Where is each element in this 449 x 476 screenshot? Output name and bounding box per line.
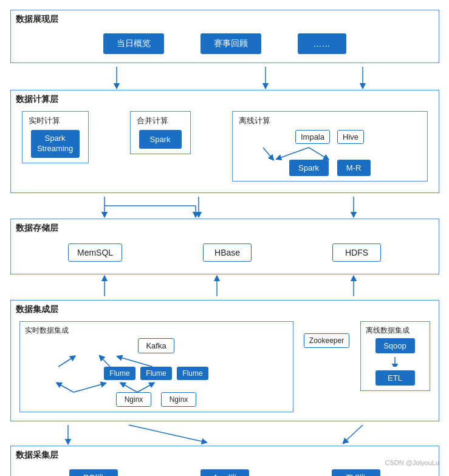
- box-tv: TV端: [332, 469, 380, 476]
- kafka-row: Kafka: [25, 338, 288, 353]
- box-hbase: HBase: [203, 243, 252, 262]
- sublayer-realtime-integration: 实时数据集成 Kafka Flum: [19, 321, 293, 412]
- svg-line-19: [58, 384, 74, 392]
- offline-arrow-row: [239, 148, 421, 160]
- offline-inner-arrows: [239, 148, 421, 160]
- box-nginx-1: Nginx: [116, 392, 151, 407]
- nginx-flume-arrows: [25, 382, 288, 392]
- realtime-compute-title: 实时计算: [29, 115, 60, 126]
- layer-display: 数据展现层 当日概览 赛事回顾 ……: [10, 10, 439, 63]
- svg-line-5: [263, 148, 272, 158]
- layer-integration: 数据集成层 实时数据集成 Kafka: [10, 300, 439, 421]
- svg-line-16: [58, 357, 74, 367]
- zookeeper-area: Zookeeper: [300, 321, 354, 348]
- offline-integration-title: 离线数据集成: [366, 325, 425, 336]
- arrow-l2-l3-svg: [10, 197, 439, 215]
- offline-bottom-row: Spark M-R: [239, 160, 421, 176]
- box-pc: PC端: [69, 469, 118, 476]
- svg-line-20: [74, 384, 104, 392]
- layer-compute-content: 实时计算 SparkStreaming 合并计算 Spark 离线计算 Impa…: [16, 109, 434, 184]
- svg-line-26: [344, 425, 363, 442]
- layer-integration-content: 实时数据集成 Kafka Flum: [16, 319, 434, 415]
- layer-collection-content: PC端 App端 TV端: [16, 464, 434, 476]
- box-hive: Hive: [337, 130, 364, 144]
- arrow-l1-l2-svg: [10, 67, 439, 86]
- box-spark-merge: Spark: [139, 130, 182, 149]
- arrow-l4-l5: [10, 425, 439, 442]
- box-impala: Impala: [295, 130, 330, 144]
- sublayer-realtime-compute: 实时计算 SparkStreaming: [22, 111, 89, 163]
- box-flume-1: Flume: [104, 367, 135, 380]
- sublayer-merge-compute: 合并计算 Spark: [130, 111, 191, 154]
- merge-compute-title: 合并计算: [137, 115, 168, 126]
- layer-display-content: 当日概览 赛事回顾 ……: [16, 29, 434, 56]
- architecture-diagram: 数据展现层 当日概览 赛事回顾 ……: [7, 6, 443, 476]
- flume-kafka-arrows: [25, 356, 288, 367]
- box-spark-offline: Spark: [289, 160, 329, 176]
- flume-kafka-svg: [25, 356, 288, 367]
- layer-compute: 数据计算层 实时计算 SparkStreaming 合并计算 Spark 离线计…: [10, 90, 439, 193]
- realtime-integration-title: 实时数据集成: [25, 325, 288, 336]
- svg-line-6: [278, 148, 309, 158]
- offline-top-row: Impala Hive: [239, 130, 421, 144]
- box-more: ……: [298, 33, 346, 54]
- svg-line-22: [137, 384, 153, 392]
- box-sqoop: Sqoop: [375, 338, 415, 353]
- sqoop-etl-arrow: [366, 357, 425, 367]
- sublayer-offline-integration: 离线数据集成 Sqoop ETL: [360, 321, 430, 391]
- sqoop-etl-svg: [386, 357, 404, 367]
- arrow-l1-l2: [10, 67, 439, 86]
- layer-storage: 数据存储层 MemSQL HBase HDFS: [10, 219, 439, 274]
- watermark: CSDN @JolyouLu: [385, 459, 439, 466]
- layer-integration-title: 数据集成层: [16, 304, 434, 315]
- box-flume-3: Flume: [177, 367, 208, 380]
- layer-storage-content: MemSQL HBase HDFS: [16, 237, 434, 268]
- box-daily-overview: 当日概览: [103, 33, 164, 54]
- box-hdfs: HDFS: [332, 243, 381, 262]
- offline-compute-title: 离线计算: [239, 115, 421, 126]
- box-etl: ETL: [375, 370, 415, 386]
- box-app: App端: [201, 469, 249, 476]
- box-nginx-2: Nginx: [161, 392, 196, 407]
- svg-line-25: [129, 425, 205, 442]
- box-mr: M-R: [337, 160, 371, 176]
- layer-collection: 数据采集层 PC端 App端 TV端: [10, 446, 439, 476]
- svg-line-21: [122, 384, 137, 392]
- layer-compute-title: 数据计算层: [16, 94, 434, 105]
- nginx-row: Nginx Nginx: [25, 392, 288, 407]
- arrow-l2-l3: [10, 197, 439, 215]
- box-event-review: 赛事回顾: [201, 33, 261, 54]
- box-spark-streaming: SparkStreaming: [31, 130, 80, 158]
- box-kafka: Kafka: [138, 338, 174, 353]
- box-zookeeper: Zookeeper: [304, 333, 349, 348]
- nginx-flume-svg: [25, 382, 288, 392]
- box-memsql: MemSQL: [68, 243, 122, 262]
- arrow-l3-l4: [10, 278, 439, 296]
- arrow-l3-l4-svg: [10, 278, 439, 296]
- offline-integration-content: Sqoop ETL: [366, 338, 425, 386]
- box-flume-2: Flume: [140, 367, 172, 380]
- svg-line-7: [309, 148, 327, 158]
- svg-line-17: [101, 357, 110, 367]
- arrow-l4-l5-svg: [10, 425, 439, 442]
- layer-collection-title: 数据采集层: [16, 450, 434, 461]
- sublayer-offline-compute: 离线计算 Impala Hive Spark: [232, 111, 428, 182]
- layer-storage-title: 数据存储层: [16, 223, 434, 234]
- flume-row: Flume Flume Flume: [25, 367, 288, 380]
- layer-display-title: 数据展现层: [16, 14, 434, 25]
- svg-line-18: [119, 357, 153, 367]
